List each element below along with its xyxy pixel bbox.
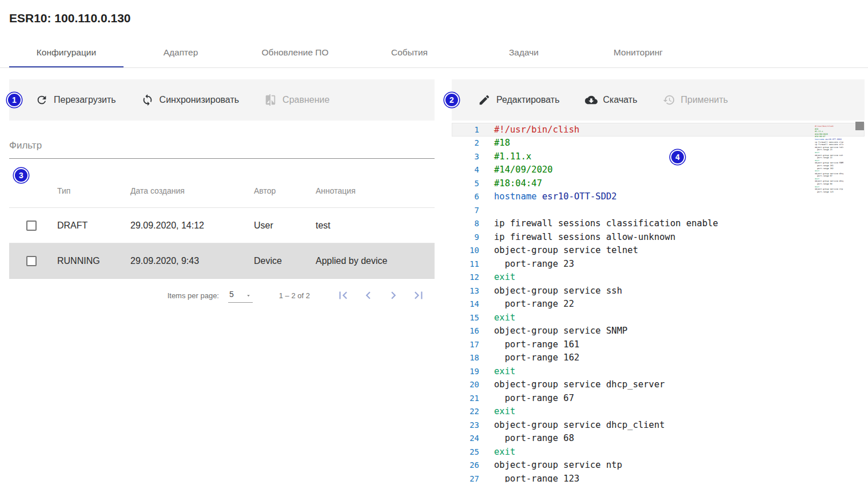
compare-icon (264, 94, 277, 106)
code-line: 12exit (452, 271, 865, 284)
tab-6[interactable]: Мониторинг (581, 38, 695, 67)
editor-scrollbar-thumb[interactable] (855, 122, 864, 130)
code-text: #1.11.x (494, 151, 531, 162)
table-row[interactable]: RUNNING29.09.2020, 9:43DeviceApplied by … (9, 243, 435, 279)
tab-bar: КонфигурацииАдаптерОбновление ПОСобытияЗ… (0, 38, 868, 68)
code-line: 10object-group service telnet (452, 244, 865, 258)
line-number: 21 (452, 394, 479, 403)
code-line: 15exit (452, 311, 865, 324)
code-line: 18 port-range 162 (452, 351, 865, 365)
code-line: 19exit (452, 364, 865, 378)
prev-page-button[interactable] (356, 283, 381, 308)
line-number: 9 (452, 233, 479, 242)
code-line: 6hostname esr10-OTT-SDD2 (452, 190, 865, 204)
config-editor-panel: 2 Редактировать Скачать (452, 79, 865, 482)
download-button[interactable]: Скачать (585, 94, 638, 106)
filter-input[interactable] (9, 135, 435, 159)
cell-author: User (254, 221, 316, 231)
apply-button[interactable]: Применить (663, 94, 728, 106)
page-title: ESR10: 100.110.0.130 (0, 0, 868, 32)
refresh-icon (35, 94, 48, 106)
edit-button-label: Редактировать (496, 95, 560, 105)
code-text: port-range 68 (494, 433, 574, 443)
compare-button[interactable]: Сравнение (264, 94, 329, 106)
table-header-row: Тип Дата создания Автор Аннотация (9, 174, 435, 208)
row-checkbox-cell (9, 221, 57, 231)
line-number: 13 (452, 286, 479, 295)
code-text: port-range 161 (494, 339, 579, 350)
code-text: #18:04:47 (494, 178, 542, 189)
tab-5[interactable]: Задачи (467, 38, 581, 67)
first-page-icon (336, 288, 351, 303)
line-number: 7 (452, 206, 479, 215)
config-editor[interactable]: 1#!/usr/bin/clish2#183#1.11.x4#14/09/202… (452, 122, 865, 482)
code-text: exit (494, 312, 515, 323)
code-text: port-range 162 (494, 352, 579, 363)
page-size-select[interactable]: 5 (228, 288, 253, 303)
next-page-button[interactable] (381, 283, 406, 308)
callout-1: 1 (7, 93, 22, 107)
code-line: 3#1.11.x (452, 150, 865, 163)
tab-2[interactable]: Адаптер (124, 38, 238, 67)
line-number: 26 (452, 460, 479, 470)
code-text: #!/usr/bin/clish (494, 125, 579, 135)
download-button-label: Скачать (603, 95, 638, 105)
compare-button-label: Сравнение (282, 95, 329, 105)
editor-minimap[interactable]: #!/usr/bin/clish#18#1.11.x#14/09/2020#18… (815, 125, 843, 193)
code-text: port-range 23 (494, 259, 574, 269)
code-line: 20object-group service dhcp_server (452, 378, 865, 392)
cell-annotation: Applied by device (316, 256, 435, 266)
cell-created: 29.09.2020, 14:12 (130, 221, 254, 231)
line-number: 18 (452, 353, 479, 362)
code-line: 23object-group service dhcp_client (452, 418, 865, 432)
line-number: 12 (452, 272, 479, 282)
code-line: 4#14/09/2020 (452, 163, 865, 177)
cell-created: 29.09.2020, 9:43 (130, 256, 254, 266)
code-text: exit (494, 272, 515, 282)
content-area: 1 Перезагрузить Синхронизировать (0, 79, 868, 482)
tab-4[interactable]: События (352, 38, 467, 67)
apply-button-label: Применить (681, 95, 728, 105)
code-text: port-range 67 (494, 393, 574, 403)
tab-3[interactable]: Обновление ПО (238, 38, 352, 67)
code-line: 14 port-range 22 (452, 298, 865, 311)
code-line: 7 (452, 203, 865, 217)
line-number: 1 (452, 125, 479, 134)
code-text: ip firewall sessions allow-unknown (494, 232, 675, 242)
edit-button[interactable]: Редактировать (478, 94, 560, 106)
code-text: port-range 123 (494, 474, 579, 482)
code-line: 21 port-range 67 (452, 391, 865, 405)
chevron-right-icon (386, 288, 401, 303)
editor-toolbar: 2 Редактировать Скачать (452, 79, 865, 121)
line-number: 17 (452, 340, 479, 349)
line-number: 22 (452, 407, 479, 416)
callout-2: 2 (444, 93, 459, 107)
line-number: 25 (452, 447, 479, 456)
code-text: port-range 22 (494, 299, 574, 309)
line-number: 8 (452, 219, 479, 228)
table-row[interactable]: DRAFT29.09.2020, 14:12Usertest (9, 208, 435, 243)
device-page: ESR10: 100.110.0.130 КонфигурацииАдаптер… (0, 0, 868, 482)
first-page-button[interactable] (331, 283, 356, 308)
code-text: exit (494, 447, 515, 457)
last-page-button[interactable] (406, 283, 431, 308)
sync-button[interactable]: Синхронизировать (141, 94, 240, 106)
last-page-icon (411, 288, 426, 303)
minimap-line: port-range 123 (815, 191, 843, 194)
reload-button[interactable]: Перезагрузить (35, 94, 116, 106)
tab-1[interactable]: Конфигурации (9, 38, 124, 67)
column-header-created: Дата создания (130, 186, 254, 195)
code-line: 27 port-range 123 (452, 472, 865, 482)
row-checkbox[interactable] (26, 256, 37, 266)
line-number: 24 (452, 434, 479, 443)
page-size-value: 5 (229, 290, 234, 299)
filter-field (9, 135, 435, 159)
code-text: ip firewall sessions classification enab… (494, 218, 718, 229)
reload-button-label: Перезагрузить (54, 95, 116, 105)
callout-4: 4 (670, 150, 685, 165)
code-text: hostname esr10-OTT-SDD2 (494, 191, 617, 202)
paginator: Items per page: 5 1 – 2 of 2 (9, 279, 435, 312)
line-number: 15 (452, 313, 479, 322)
row-checkbox[interactable] (26, 221, 37, 231)
pencil-icon (478, 94, 491, 106)
